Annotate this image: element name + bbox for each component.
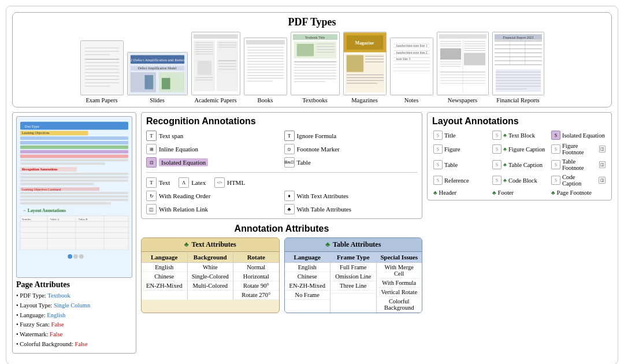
text-attrs-title: Text Attributes xyxy=(192,240,236,249)
rec-inline-eq: ⊞ Inline Equation xyxy=(146,143,280,155)
svg-rect-145 xyxy=(20,136,128,140)
svg-text:Defect Amplification Model: Defect Amplification Model xyxy=(138,66,176,70)
tbl-frame-three: Three Line xyxy=(330,281,376,291)
rec-label-text-attrs: With Text Attributes xyxy=(297,192,349,199)
text-attrs-icon: ♣ xyxy=(184,240,189,249)
thumb-magazines: Magazine Magazines xyxy=(343,32,387,103)
label-financial-reports: Financial Reports xyxy=(496,97,539,103)
text-rot-270: Rotate 270° xyxy=(233,291,279,300)
layout-icon-figure-caption: S xyxy=(492,144,502,154)
tbl-col-special: Special Issues With Merge Cell With Form… xyxy=(377,252,422,313)
rec-icon-table: ⊞&⊡ xyxy=(284,157,295,168)
layout-reference: S Reference xyxy=(432,173,489,187)
layout-label-figure: Figure xyxy=(444,146,460,153)
svg-rect-157 xyxy=(20,183,94,185)
tbl-col-language: Language English Chinese EN-ZH-Mixed No … xyxy=(285,252,331,313)
financial-reports-svg: Financial Report 2023 xyxy=(493,32,544,95)
label-exam-papers: Exam Papers xyxy=(86,97,117,103)
text-col-rotate: Rotate Normal Horizontal Rotate 90° Rota… xyxy=(233,252,279,300)
layout-label-text-block: Text Block xyxy=(508,132,535,139)
text-lang-english: English xyxy=(142,263,187,272)
layout-header: ♣ Header xyxy=(432,189,489,196)
text-attrs-header: ♣ Text Attributes xyxy=(142,238,279,251)
svg-text:DocType: DocType xyxy=(25,124,39,128)
ann-attrs-grid: ♣ Text Attributes Language English Chine… xyxy=(141,237,422,313)
svg-rect-162 xyxy=(20,199,128,201)
slides-svg: 10.2 Defect Amplification and Removal De… xyxy=(128,52,187,95)
tbl-special-color: Colorful Background xyxy=(377,297,422,313)
svg-rect-20 xyxy=(144,75,153,90)
code-caption-extra-icon: ◫ xyxy=(599,177,606,184)
svg-rect-25 xyxy=(216,40,237,91)
text-bg-white: White xyxy=(188,263,233,272)
svg-rect-79 xyxy=(346,55,363,72)
table-attributes-table: ♣ Table Attributes Language English Chin… xyxy=(284,237,423,313)
textbooks-svg: Textbook Title xyxy=(291,32,339,95)
layout-icon-table-footnote: S xyxy=(551,160,560,169)
layout-label-table-caption: Table Caption xyxy=(508,162,543,168)
svg-text:10.2 Defect Amplification and : 10.2 Defect Amplification and Removal xyxy=(128,58,187,62)
layout-label-header: Header xyxy=(439,190,456,196)
rec-table: ⊞&⊡ Table xyxy=(284,157,418,168)
pdf-thumbnails: Exam Papers 10.2 Defect Amplification an… xyxy=(80,32,544,103)
thumb-exam-papers: Exam Papers xyxy=(80,40,124,103)
svg-rect-150 xyxy=(20,159,128,161)
rec-ann-section: Recognition Annotations T Text span T Ig… xyxy=(141,112,422,219)
pdf-types-title: PDF Types xyxy=(288,16,336,28)
svg-text:note line 3: note line 3 xyxy=(396,57,410,61)
layout-label-code-caption: Code Caption xyxy=(562,174,596,187)
attr-pdf-type: • PDF Type: Textbook xyxy=(16,291,132,301)
left-panel: DocType Learning Objectives xyxy=(12,112,136,354)
layout-label-figure-caption: Figure Caption xyxy=(508,146,545,153)
svg-rect-0 xyxy=(82,42,122,93)
tbl-frame-full: Full Frame xyxy=(330,263,376,272)
rec-icon-ignore-formula: T xyxy=(284,131,295,141)
rec-label-relation-link: With Relation Link xyxy=(159,206,208,213)
layout-table-caption: S ♣ Table Caption xyxy=(491,158,548,172)
thumb-academic-papers: Academic Papers xyxy=(191,32,240,103)
page-attrs-title: Page Attributes xyxy=(16,280,132,289)
svg-text:handwritten note line 1: handwritten note line 1 xyxy=(396,44,427,47)
svg-text:Financial Report 2023: Financial Report 2023 xyxy=(503,36,533,39)
tbl-lang-noframe: No Frame xyxy=(285,291,330,300)
svg-rect-148 xyxy=(20,150,128,154)
layout-label-page-footnote: Page Footnote xyxy=(557,190,592,196)
tbl-special-formula: With Formula xyxy=(377,278,422,288)
rec-text-span: T Text span xyxy=(146,130,280,142)
ann-attrs-section: Annotation Attributes ♣ Text Attributes … xyxy=(141,224,422,313)
rec-icon-relation-link: ◫ xyxy=(146,204,157,214)
tbl-col-frame-header: Frame Type xyxy=(330,252,376,263)
rec-label-html: HTML xyxy=(227,179,245,186)
text-rot-normal: Normal xyxy=(233,263,279,272)
table-attrs-header: ♣ Table Attributes xyxy=(285,238,422,251)
table-footnote-extra-icon: ◫ xyxy=(599,161,606,168)
label-notes: Notes xyxy=(404,97,419,103)
layout-grid: S Title S ♣ Text Block S Isolated Equati… xyxy=(432,130,607,196)
rec-icon-html: </> xyxy=(214,177,225,188)
rec-label-ignore-formula: Ignore Formula xyxy=(297,132,337,139)
svg-rect-146 xyxy=(20,141,128,144)
svg-rect-21 xyxy=(161,78,170,90)
svg-rect-149 xyxy=(20,155,128,158)
attr-layout-type: • Layout Type: Single Column xyxy=(16,301,132,311)
svg-rect-160 xyxy=(20,192,128,194)
svg-rect-35 xyxy=(197,61,211,75)
layout-title: S Title xyxy=(432,130,489,140)
rec-text-attrs: ♦ With Text Attributes xyxy=(284,190,418,202)
svg-text:Number: Number xyxy=(22,218,31,221)
figure-footnote-extra-icon: ◫ xyxy=(599,146,606,153)
tbl-special-merge: With Merge Cell xyxy=(377,263,422,278)
svg-rect-42 xyxy=(244,38,287,94)
label-academic-papers: Academic Papers xyxy=(194,97,236,103)
pdf-types-section: PDF Types xyxy=(12,12,612,107)
newspapers-svg xyxy=(437,32,488,95)
rec-icon-footnote-marker: ⊙ xyxy=(284,144,295,154)
middle-panel: Recognition Annotations T Text span T Ig… xyxy=(141,112,422,354)
layout-label-code-block: Code Block xyxy=(508,177,537,184)
tbl-col-frame: Frame Type Full Frame Omission Line Thre… xyxy=(330,252,377,313)
thumb-books: Books xyxy=(244,38,287,103)
svg-rect-61 xyxy=(296,44,313,56)
rec-label-text-span: Text span xyxy=(159,132,183,139)
layout-icon-code-caption: S xyxy=(551,176,560,185)
layout-label-title: Title xyxy=(444,132,455,139)
